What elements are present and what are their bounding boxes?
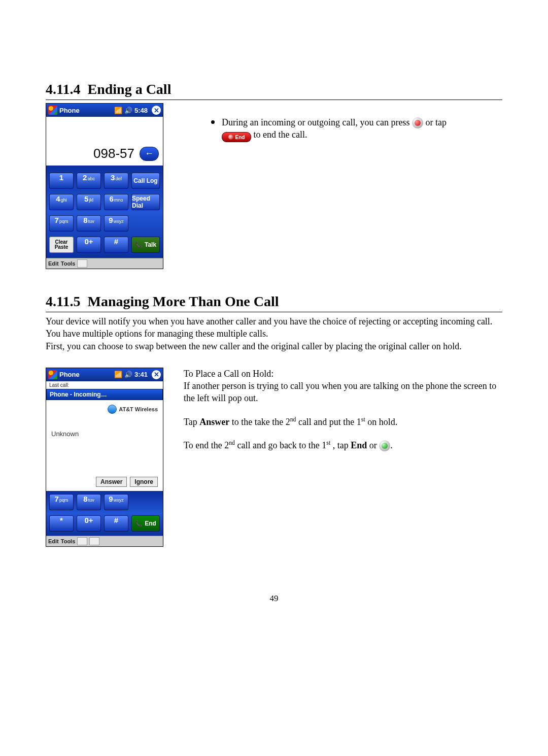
windows-flag-icon: [48, 370, 57, 379]
key-2[interactable]: 2abc: [77, 173, 101, 189]
keyboard-toggle-icon[interactable]: [77, 537, 87, 545]
page-number: 49: [0, 594, 548, 604]
subheading: To Place a Call on Hold:: [184, 368, 502, 380]
end-button[interactable]: 📞 End: [131, 515, 160, 532]
menu-tools[interactable]: Tools: [61, 538, 76, 544]
key-1[interactable]: 1: [49, 173, 74, 189]
bold-term: Answer: [199, 417, 229, 427]
key-6[interactable]: 6mno: [104, 194, 128, 210]
dialed-number: 098-57: [93, 146, 134, 161]
keypad-partial: 7pqrs 8tuv 9wxyz * 0+ # 📞 End: [46, 491, 163, 536]
key-hash[interactable]: #: [104, 237, 128, 253]
key-9[interactable]: 9wxyz: [104, 215, 128, 232]
bullet-icon: [211, 120, 215, 124]
close-icon[interactable]: ✕: [152, 106, 161, 115]
paragraph: If another person is trying to call you …: [184, 380, 502, 405]
carrier-label: AT&T Wireless: [108, 405, 158, 414]
call-log-button[interactable]: Call Log: [131, 173, 160, 189]
text: to end the call.: [254, 129, 307, 140]
paragraph: Tap Answer to the take the 2nd call and …: [184, 416, 502, 428]
menu-edit[interactable]: Edit: [48, 538, 59, 544]
text: During an incoming or outgoing call, you…: [222, 117, 412, 127]
hardware-talk-button-icon: [379, 440, 390, 451]
windows-flag-icon: [48, 106, 57, 115]
key-7[interactable]: 7pqrs: [49, 494, 74, 510]
key-4[interactable]: 4ghi: [49, 194, 74, 210]
section-number: 4.11.4: [46, 81, 80, 97]
volume-icon: 🔊: [124, 107, 132, 114]
key-8[interactable]: 8tuv: [77, 494, 101, 510]
signal-icon: 📶: [114, 371, 122, 378]
volume-icon: 🔊: [124, 371, 132, 378]
section-heading-managing: 4.11.5 Managing More Than One Call: [46, 293, 502, 312]
key-9[interactable]: 9wxyz: [104, 494, 128, 510]
key-star[interactable]: *: [49, 515, 74, 532]
managing-instructions: To Place a Call on Hold: If another pers…: [184, 368, 502, 451]
hardware-end-button-icon: [412, 117, 423, 128]
clock-text: 3:41: [134, 371, 148, 378]
menu-edit[interactable]: Edit: [48, 260, 59, 267]
ppc-menubar: Edit Tools: [46, 536, 163, 546]
clock-text: 5:48: [134, 107, 148, 114]
managing-intro: Your device will notify you when you hav…: [46, 315, 502, 352]
answer-button[interactable]: Answer: [96, 477, 127, 487]
key-0[interactable]: 0+: [77, 515, 101, 532]
globe-icon: [108, 405, 117, 414]
ignore-button[interactable]: Ignore: [130, 477, 158, 487]
ppc-titlebar: Phone 📶 🔊 5:48 ✕: [46, 104, 163, 117]
key-3[interactable]: 3def: [104, 173, 128, 189]
backspace-button[interactable]: ←: [140, 147, 159, 161]
incoming-banner: Phone - Incoming…: [46, 389, 163, 400]
key-8[interactable]: 8tuv: [77, 215, 101, 232]
key-0[interactable]: 0+: [77, 237, 101, 253]
bold-term: End: [351, 440, 367, 450]
talk-button[interactable]: 📞 Talk: [131, 237, 160, 253]
key-hash[interactable]: #: [104, 515, 128, 532]
ppc-menubar: Edit Tools: [46, 258, 163, 269]
last-call-label: Last call:: [46, 381, 163, 389]
paragraph: To end the 2nd call and go back to the 1…: [184, 439, 502, 451]
section-title-text: Ending a Call: [87, 81, 171, 97]
end-pill-icon: End: [222, 132, 251, 142]
paragraph: First, you can choose to swap between th…: [46, 340, 502, 352]
key-7[interactable]: 7pqrs: [49, 215, 74, 232]
ppc-titlebar: Phone 📶 🔊 3:41 ✕: [46, 368, 163, 381]
section-title-text: Managing More Than One Call: [87, 293, 279, 309]
keypad: 1 2abc 3def Call Log 4ghi 5jkl 6mno Spee…: [46, 166, 163, 258]
ppc-app-title: Phone: [59, 371, 80, 378]
speed-dial-button[interactable]: Speed Dial: [131, 194, 160, 210]
clear-paste-button[interactable]: ClearPaste: [49, 237, 74, 253]
section-heading-ending: 4.11.4 Ending a Call: [46, 81, 502, 100]
menu-tools[interactable]: Tools: [61, 260, 76, 267]
close-icon[interactable]: ✕: [152, 370, 161, 379]
ending-call-text: During an incoming or outgoing call, you…: [199, 103, 502, 142]
ppc-app-title: Phone: [59, 107, 80, 114]
section-number: 4.11.5: [46, 293, 80, 309]
key-5[interactable]: 5jkl: [77, 194, 101, 210]
text: or tap: [425, 117, 446, 127]
paragraph: Your device will notify you when you hav…: [46, 315, 502, 340]
screenshot-dialpad: Phone 📶 🔊 5:48 ✕ 098-57 ← 1 2abc 3def Ca: [46, 103, 163, 269]
signal-icon: 📶: [114, 107, 122, 114]
sip-toggle-icon[interactable]: [89, 537, 99, 545]
dial-display: 098-57 ←: [46, 117, 163, 166]
screenshot-incoming: Phone 📶 🔊 3:41 ✕ Last call: Phone - Inco…: [46, 368, 163, 547]
caller-id: Unknown: [51, 430, 79, 438]
keyboard-toggle-icon[interactable]: [77, 259, 87, 268]
